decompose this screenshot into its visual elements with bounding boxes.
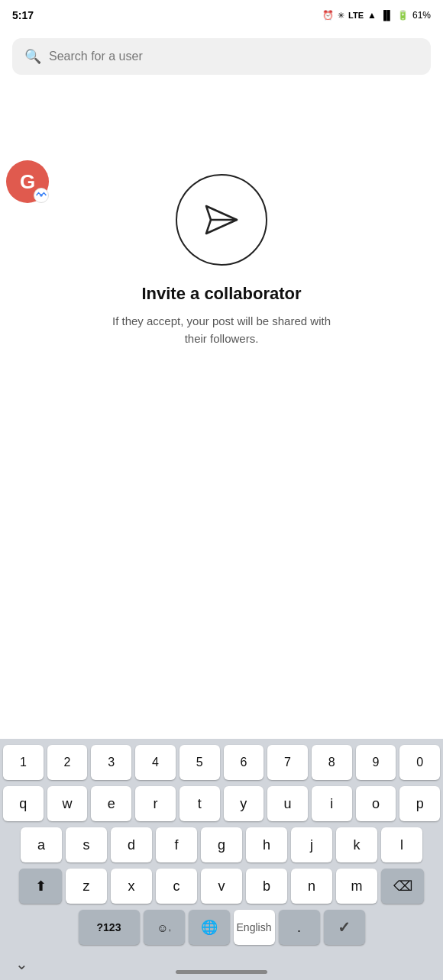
key-8[interactable]: 8 — [312, 745, 352, 780]
svg-point-0 — [40, 194, 43, 197]
globe-key[interactable]: 🌐 — [189, 910, 230, 945]
key-o[interactable]: o — [356, 786, 396, 821]
main-content: Invite a collaborator If they accept, yo… — [0, 128, 443, 363]
keyboard-row3: ⬆ z x c v b n m ⌫ — [3, 869, 440, 904]
key-i[interactable]: i — [312, 786, 352, 821]
wifi-icon: ▲ — [367, 10, 377, 21]
status-icons: ⏰ ✳ LTE ▲ ▐▌ 🔋 61% — [322, 10, 431, 21]
signal-icon: ▐▌ — [380, 10, 393, 21]
key-e[interactable]: e — [91, 786, 131, 821]
avatar-badge — [34, 188, 49, 203]
bluetooth-icon: ✳ — [338, 11, 344, 21]
battery-icon: 🔋 — [397, 10, 409, 21]
key-z[interactable]: z — [66, 869, 107, 904]
key-1[interactable]: 1 — [3, 745, 44, 780]
key-g[interactable]: g — [201, 827, 242, 862]
space-key[interactable]: English — [234, 910, 275, 945]
key-b[interactable]: b — [246, 869, 287, 904]
key-y[interactable]: y — [224, 786, 264, 821]
collapse-arrow[interactable]: ⌄ — [15, 955, 28, 973]
home-indicator — [176, 970, 267, 974]
keyboard-footer: ⌄ . — [3, 953, 440, 977]
battery-percent: 61% — [412, 10, 431, 21]
key-f[interactable]: f — [156, 827, 197, 862]
key-l[interactable]: l — [381, 827, 422, 862]
key-q[interactable]: q — [3, 786, 44, 821]
key-s[interactable]: s — [66, 827, 107, 862]
key-m[interactable]: m — [336, 869, 377, 904]
key-4[interactable]: 4 — [135, 745, 176, 780]
key-0[interactable]: 0 — [399, 745, 440, 780]
key-9[interactable]: 9 — [356, 745, 396, 780]
invite-subtitle: If they accept, your post will be shared… — [107, 313, 336, 347]
key-6[interactable]: 6 — [224, 745, 264, 780]
key-n[interactable]: n — [291, 869, 332, 904]
avatar-letter: G — [20, 170, 35, 194]
key-w[interactable]: w — [47, 786, 88, 821]
alarm-icon: ⏰ — [322, 10, 334, 21]
dot-key[interactable]: . — [279, 910, 320, 945]
send-icon — [200, 198, 243, 241]
key-p[interactable]: p — [399, 786, 440, 821]
key-j[interactable]: j — [291, 827, 332, 862]
key-x[interactable]: x — [111, 869, 152, 904]
shift-key[interactable]: ⬆ — [19, 869, 62, 904]
key-a[interactable]: a — [21, 827, 62, 862]
key-h[interactable]: h — [246, 827, 287, 862]
key-v[interactable]: v — [201, 869, 242, 904]
key-3[interactable]: 3 — [91, 745, 131, 780]
key-2[interactable]: 2 — [47, 745, 88, 780]
status-bar: 5:17 ⏰ ✳ LTE ▲ ▐▌ 🔋 61% — [0, 0, 443, 31]
search-bar[interactable]: 🔍 — [12, 38, 431, 75]
key-r[interactable]: r — [135, 786, 176, 821]
numeric-key[interactable]: ?123 — [79, 910, 140, 945]
search-bar-container: 🔍 — [0, 31, 443, 82]
keyboard: 1 2 3 4 5 6 7 8 9 0 q w e r t y u i o p … — [0, 739, 443, 980]
avatar[interactable]: G — [6, 160, 49, 203]
keyboard-row2: a s d f g h j k l — [3, 827, 440, 862]
status-time: 5:17 — [12, 9, 34, 21]
backspace-key[interactable]: ⌫ — [381, 869, 424, 904]
key-5[interactable]: 5 — [179, 745, 220, 780]
keyboard-row1: q w e r t y u i o p — [3, 786, 440, 821]
send-icon-circle — [176, 174, 267, 266]
emoji-key[interactable]: ☺, — [144, 910, 185, 945]
invite-title: Invite a collaborator — [141, 284, 301, 304]
avatar-container: G — [6, 160, 49, 203]
key-k[interactable]: k — [336, 827, 377, 862]
search-icon: 🔍 — [24, 48, 41, 65]
enter-key[interactable]: ✓ — [324, 910, 365, 945]
keyboard-bottom-row: ?123 ☺, 🌐 English . ✓ — [3, 910, 440, 945]
lte-icon: LTE — [348, 11, 364, 20]
key-d[interactable]: d — [111, 827, 152, 862]
key-c[interactable]: c — [156, 869, 197, 904]
key-t[interactable]: t — [179, 786, 220, 821]
key-u[interactable]: u — [267, 786, 308, 821]
keyboard-number-row: 1 2 3 4 5 6 7 8 9 0 — [3, 745, 440, 780]
key-7[interactable]: 7 — [267, 745, 308, 780]
search-input[interactable] — [49, 50, 419, 63]
